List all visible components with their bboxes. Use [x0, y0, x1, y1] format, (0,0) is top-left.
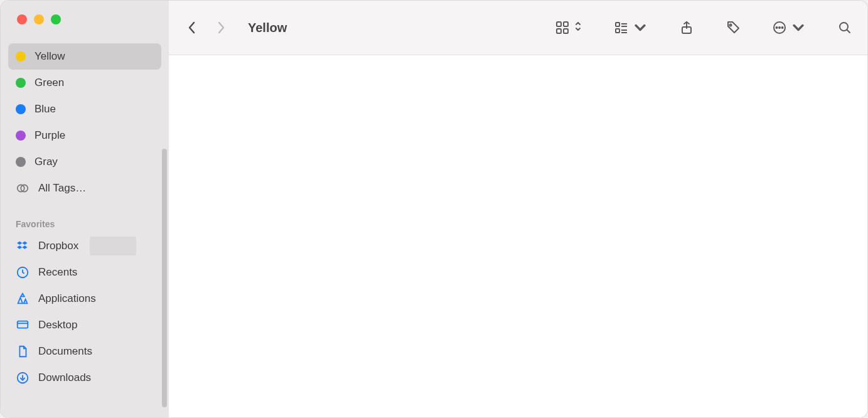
view-mode-button[interactable]: [555, 18, 582, 37]
finder-window: Yellow Green Blue Purple Gray: [0, 0, 868, 418]
tag-dot-icon: [16, 131, 26, 141]
sidebar-favorite-downloads[interactable]: Downloads: [8, 365, 161, 391]
close-window-button[interactable]: [17, 14, 27, 24]
sidebar-item-label: Documents: [38, 345, 92, 358]
sidebar-favorite-dropbox[interactable]: Dropbox: [8, 233, 161, 259]
sidebar-tag-green[interactable]: Green: [8, 70, 161, 96]
window-title: Yellow: [248, 21, 287, 35]
svg-rect-10: [616, 29, 619, 33]
sidebar-favorite-recents[interactable]: Recents: [8, 259, 161, 286]
svg-rect-8: [564, 29, 568, 33]
group-icon: [614, 20, 629, 35]
tags-button[interactable]: [726, 18, 741, 37]
sidebar-tag-yellow[interactable]: Yellow: [8, 43, 161, 70]
sidebar-tag-purple[interactable]: Purple: [8, 122, 161, 149]
sidebar-item-label: All Tags…: [38, 182, 86, 195]
window-controls: [1, 1, 169, 38]
sidebar-item-label: Yellow: [35, 50, 65, 63]
tag-dot-icon: [16, 157, 26, 167]
sidebar-tag-blue[interactable]: Blue: [8, 96, 161, 122]
favorites-header: Favorites: [8, 201, 161, 233]
document-icon: [16, 345, 29, 358]
svg-rect-3: [18, 321, 28, 328]
toolbar-right: [555, 18, 852, 37]
tag-dot-icon: [16, 51, 26, 62]
sidebar-item-label: Recents: [38, 266, 77, 279]
svg-point-16: [782, 27, 783, 28]
sidebar-item-label: Desktop: [38, 319, 77, 331]
forward-button[interactable]: [213, 19, 229, 36]
share-button[interactable]: [679, 18, 694, 37]
stepper-icon: [574, 20, 582, 35]
sidebar-favorite-applications[interactable]: Applications: [8, 286, 161, 312]
clock-icon: [16, 265, 29, 279]
chevron-down-icon: [791, 20, 806, 35]
tag-icon: [726, 20, 741, 35]
sidebar-item-label: Downloads: [38, 372, 91, 384]
sidebar-item-label: Blue: [35, 103, 56, 115]
sidebar-item-label: Applications: [38, 292, 96, 305]
sidebar-item-label: Green: [35, 77, 64, 89]
sidebar-favorite-desktop[interactable]: Desktop: [8, 312, 161, 338]
sidebar-favorite-documents[interactable]: Documents: [8, 338, 161, 365]
svg-rect-5: [557, 22, 561, 26]
file-content-area[interactable]: [169, 55, 867, 417]
sidebar-tag-gray[interactable]: Gray: [8, 149, 161, 175]
desktop-icon: [16, 318, 29, 332]
sidebar-item-label: Dropbox: [38, 240, 78, 252]
svg-rect-9: [616, 23, 619, 26]
more-icon: [772, 20, 787, 35]
svg-point-12: [730, 24, 732, 26]
navigation-controls: [184, 19, 229, 36]
svg-point-15: [779, 27, 780, 28]
chevron-down-icon: [633, 20, 648, 35]
main-pane: Yellow: [169, 1, 867, 417]
toolbar: Yellow: [169, 1, 867, 55]
sidebar-scrollbar[interactable]: [162, 149, 167, 407]
sidebar-items: Yellow Green Blue Purple Gray: [1, 38, 169, 417]
sidebar-item-label: Gray: [35, 156, 58, 168]
downloads-icon: [16, 371, 29, 385]
svg-rect-6: [564, 22, 568, 26]
back-button[interactable]: [184, 19, 200, 36]
svg-point-14: [776, 27, 778, 28]
all-tags-icon: [16, 181, 29, 195]
redacted-region: [90, 237, 136, 255]
search-icon: [837, 20, 852, 35]
share-icon: [679, 20, 694, 35]
group-by-button[interactable]: [614, 18, 648, 37]
applications-icon: [16, 292, 29, 306]
svg-rect-7: [557, 29, 561, 33]
sidebar: Yellow Green Blue Purple Gray: [1, 1, 169, 417]
action-menu-button[interactable]: [772, 18, 806, 37]
zoom-window-button[interactable]: [51, 14, 61, 24]
sidebar-all-tags[interactable]: All Tags…: [8, 175, 161, 201]
dropbox-icon: [16, 239, 29, 253]
icon-view-icon: [555, 20, 570, 35]
minimize-window-button[interactable]: [34, 14, 44, 24]
sidebar-item-label: Purple: [35, 129, 65, 142]
tag-dot-icon: [16, 78, 26, 88]
tag-dot-icon: [16, 104, 26, 114]
search-button[interactable]: [837, 18, 852, 37]
